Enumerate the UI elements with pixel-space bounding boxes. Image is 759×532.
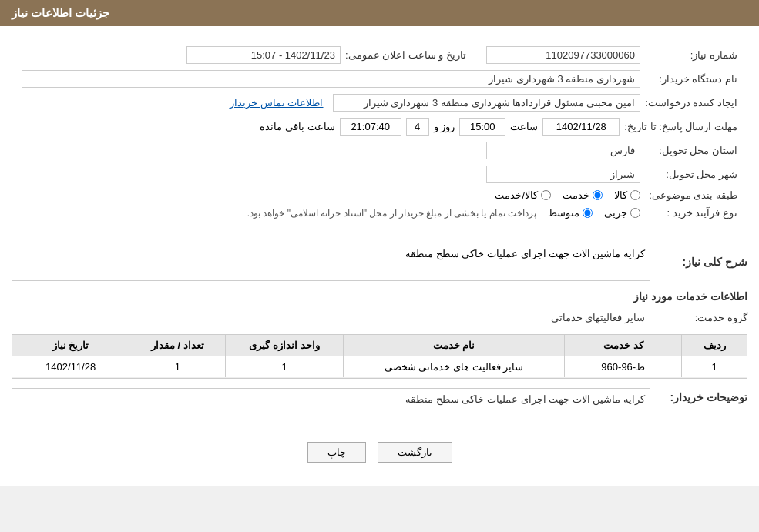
table-header-row: ردیف کد خدمت نام خدمت واحد اندازه گیری ت…	[12, 335, 747, 356]
label-tozihat: توضیحات خریدار:	[655, 388, 747, 403]
label-grohKhadamat: گروه خدمت:	[655, 312, 747, 323]
services-table: ردیف کد خدمت نام خدمت واحد اندازه گیری ت…	[12, 334, 747, 379]
radio-khadamat-label: خدمت	[563, 189, 589, 201]
row-grohKhadamat: گروه خدمت: سایر فعالیتهای خدماتی	[12, 309, 747, 326]
label-noeFarayand: نوع فرآیند خرید :	[645, 207, 737, 219]
value-mohlat-day: 4	[406, 118, 429, 136]
radio-kalaKhadamat-input[interactable]	[541, 190, 551, 200]
radio-jozi-input[interactable]	[630, 208, 640, 218]
label-mohlat-day: روز و	[434, 121, 455, 132]
radio-kala-input[interactable]	[630, 190, 640, 200]
td-tedad: 1	[129, 356, 225, 377]
value-mohlat-remaining: 21:07:40	[340, 118, 401, 136]
label-mohlat: مهلت ارسال پاسخ: تا تاریخ:	[624, 121, 737, 132]
section-title-services: اطلاعات خدمات مورد نیاز	[12, 290, 747, 303]
print-button[interactable]: چاپ	[307, 442, 366, 463]
label-sharhKoli: شرح کلی نیاز:	[655, 256, 747, 268]
radio-kalaKhadamat-label: کالا/خدمت	[495, 189, 538, 201]
label-tarikh: تاریخ و ساعت اعلان عمومی:	[345, 49, 466, 61]
th-radif: ردیف	[681, 335, 747, 356]
row-tabaqe: طبقه بندی موضوعی: کالا خدمت کالا/خدمت	[22, 189, 737, 201]
radio-kala-label: کالا	[614, 189, 627, 201]
row-ostan: استان محل تحویل: فارس	[22, 142, 737, 159]
main-info-section: شماره نیاز: 1102097733000060 تاریخ و ساع…	[12, 38, 747, 233]
table-row: 1 ط-96-960 سایر فعالیت های خدماتی شخصی 1…	[12, 356, 747, 378]
label-ostan: استان محل تحویل:	[645, 145, 737, 156]
buttons-row: بازگشت چاپ	[12, 442, 747, 474]
label-tabaqe: طبقه بندی موضوعی:	[645, 189, 737, 201]
value-namDastgah: شهرداری منطقه 3 شهرداری شیراز	[22, 70, 640, 88]
td-radif: 1	[681, 356, 747, 377]
radio-motevaset[interactable]: متوسط	[548, 207, 593, 219]
th-namKhadamat: نام خدمت	[343, 335, 564, 356]
radio-jozi[interactable]: جزیی	[604, 207, 640, 219]
row-noeFarayand: نوع فرآیند خرید : جزیی متوسط پرداخت تمام…	[22, 207, 737, 219]
th-kodKhadamat: کد خدمت	[564, 335, 681, 356]
th-vahed: واحد اندازه گیری	[225, 335, 342, 356]
value-mohlat-date: 1402/11/28	[542, 118, 620, 136]
noeFarayand-desc: پرداخت تمام یا بخشی از مبلغ خریدار از مح…	[247, 208, 536, 219]
radio-khadamat-input[interactable]	[593, 190, 603, 200]
row-ijadKonande: ایجاد کننده درخواست: امین محبتی مسئول قر…	[22, 94, 737, 112]
radio-kalaKhadamat[interactable]: کالا/خدمت	[495, 189, 551, 201]
row-sharhKoli: شرح کلی نیاز: کرایه ماشین الات جهت اجرای…	[12, 243, 747, 281]
td-tarikh: 1402/11/28	[12, 356, 129, 377]
textarea-tozihat[interactable]	[12, 388, 650, 430]
link-ijadKonande[interactable]: اطلاعات تماس خریدار	[22, 95, 328, 111]
radio-group-tabaqe: کالا خدمت کالا/خدمت	[22, 189, 640, 201]
row-tozihat: توضیحات خریدار:	[12, 388, 747, 430]
row-mohlat: مهلت ارسال پاسخ: تا تاریخ: 1402/11/28 سا…	[22, 118, 737, 136]
row-namDastgah: نام دستگاه خریدار: شهرداری منطقه 3 شهردا…	[22, 70, 737, 88]
back-button[interactable]: بازگشت	[378, 442, 452, 463]
label-mohlat-time: ساعت	[510, 121, 538, 132]
radio-group-noeFarayand: جزیی متوسط پرداخت تمام یا بخشی از مبلغ خ…	[22, 207, 640, 219]
header-title: جزئیات اطلاعات نیاز	[12, 6, 109, 19]
radio-motevaset-label: متوسط	[548, 207, 579, 219]
label-ijadKonande: ایجاد کننده درخواست:	[645, 97, 737, 109]
main-content: شماره نیاز: 1102097733000060 تاریخ و ساع…	[0, 26, 759, 486]
value-ostan: فارس	[486, 142, 640, 159]
value-ijadKonande: امین محبتی مسئول قراردادها شهرداری منطقه…	[333, 94, 641, 112]
radio-jozi-label: جزیی	[604, 207, 627, 219]
value-mohlat-time: 15:00	[459, 118, 505, 136]
td-vahed: 1	[225, 356, 342, 377]
label-shomareNiaz: شماره نیاز:	[645, 49, 737, 61]
page-header: جزئیات اطلاعات نیاز	[0, 0, 759, 26]
value-shomareNiaz: 1102097733000060	[486, 46, 640, 64]
radio-kala[interactable]: کالا	[614, 189, 640, 201]
label-mohlat-remaining: ساعت باقی مانده	[260, 121, 334, 132]
value-grohKhadamat: سایر فعالیتهای خدماتی	[12, 309, 650, 326]
page-wrapper: جزئیات اطلاعات نیاز شماره نیاز: 11020977…	[0, 0, 759, 486]
radio-khadamat[interactable]: خدمت	[563, 189, 603, 201]
value-tarikh: 1402/11/23 - 15:07	[186, 46, 341, 64]
td-kodKhadamat: ط-96-960	[564, 356, 681, 377]
label-namDastgah: نام دستگاه خریدار:	[645, 73, 737, 85]
row-shahr: شهر محل تحویل: شیراز	[22, 166, 737, 183]
th-tarikh: تاریخ نیاز	[12, 335, 129, 356]
label-shahr: شهر محل تحویل:	[645, 169, 737, 180]
th-tedad: تعداد / مقدار	[129, 335, 225, 356]
value-sharhKoli: کرایه ماشین الات جهت اجرای عملیات خاکی س…	[12, 243, 650, 281]
row-shomareNiaz: شماره نیاز: 1102097733000060 تاریخ و ساع…	[22, 46, 737, 64]
value-shahr: شیراز	[486, 166, 640, 183]
radio-motevaset-input[interactable]	[583, 208, 593, 218]
td-namKhadamat: سایر فعالیت های خدماتی شخصی	[343, 356, 564, 377]
